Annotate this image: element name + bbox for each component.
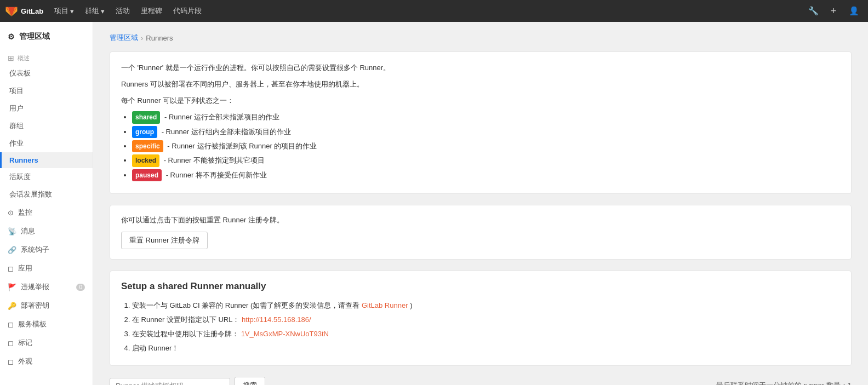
status-locked: locked - Runner 不能被指定到其它项目 [132,154,840,166]
setup-step-2: 在 Runner 设置时指定以下 URL： http://114.55.168.… [132,313,840,327]
breadcrumb-separator: › [141,34,143,42]
info-line3: 每个 Runner 可以是下列状态之一： [121,95,840,107]
setup-steps: 安装一个与 GitLab CI 兼容的 Runner (如需了解更多的安装信息，… [121,298,840,355]
badge-shared: shared [132,111,160,123]
gitlab-runner-link[interactable]: GitLab Runner [362,301,408,309]
sidebar-item-activity[interactable]: 活跃度 [0,168,93,186]
search-input[interactable] [110,378,230,385]
breadcrumb: 管理区域 › Runners [110,33,852,43]
user-icon[interactable]: 👤 [845,2,863,20]
runner-token: 1V_MsGxMP-XNwUoT93tN [241,330,329,338]
status-shared: shared - Runner 运行全部未指派项目的作业 [132,111,840,123]
message-icon: 📡 [8,227,16,235]
setup-title: Setup a shared Runner manually [121,281,840,292]
sidebar-item-cohorts[interactable]: 会话发展指数 [0,186,93,203]
setup-box: Setup a shared Runner manually 安装一个与 Git… [110,271,852,366]
grid-icon: ⊞ [8,54,14,62]
flag-icon: 🚩 [8,283,16,291]
sidebar-item-service-templates[interactable]: ◻ 服务模板 [0,315,93,334]
service-icon: ◻ [8,320,14,329]
sidebar-item-labels[interactable]: ◻ 标记 [0,334,93,352]
setup-step-3: 在安装过程中使用以下注册令牌： 1V_MsGxMP-XNwUoT93tN [132,327,840,341]
reset-text: 你可以通过点击下面的按钮重置 Runner 注册令牌。 [121,215,840,225]
hook-icon: 🔗 [8,246,16,254]
status-group: group - Runner 运行组内全部未指派项目的作业 [132,126,840,138]
sidebar-section-overview-label: ⊞ 概述 [0,49,93,65]
breadcrumb-parent[interactable]: 管理区域 [110,33,138,43]
gitlab-logo[interactable]: GitLab [5,5,43,17]
sidebar: ⚙ 管理区域 ⊞ 概述 仪表板 项目 用户 群组 作业 Runners 活跃度 … [0,22,93,385]
top-navigation: GitLab 项目 ▾ 群组 ▾ 活动 里程碑 代码片段 🔧 + 👤 [0,0,868,22]
runner-url: http://114.55.168.186/ [242,315,311,324]
app-icon: ◻ [8,265,14,273]
main-content: 管理区域 › Runners 一个 'Runner' 就是一个运行作业的进程。你… [93,22,868,385]
reset-box: 你可以通过点击下面的按钮重置 Runner 注册令牌。 重置 Runner 注册… [110,205,852,260]
sidebar-item-jobs[interactable]: 作业 [0,135,93,152]
nav-activity[interactable]: 活动 [110,0,135,22]
search-row: 搜索 最后联系时间于一分钟前的 runner 数量：1 [110,377,852,385]
setup-step-1: 安装一个与 GitLab CI 兼容的 Runner (如需了解更多的安装信息，… [132,298,840,313]
sidebar-item-projects[interactable]: 项目 [0,82,93,100]
info-line1: 一个 'Runner' 就是一个运行作业的进程。你可以按照自己的需要设置很多个 … [121,62,840,74]
nav-groups[interactable]: 群组 ▾ [79,0,110,22]
sidebar-item-runners[interactable]: Runners [0,152,93,168]
sidebar-item-appearance[interactable]: ◻ 外观 [0,352,93,371]
label-icon: ◻ [8,339,14,347]
nav-projects[interactable]: 项目 ▾ [49,0,79,22]
abuse-reports-count: 0 [76,284,85,291]
plus-icon[interactable]: + [825,2,842,20]
key-icon: 🔑 [8,302,16,310]
status-paused: paused - Runner 将不再接受任何新作业 [132,169,840,181]
sidebar-item-messages[interactable]: 📡 消息 [0,222,93,240]
badge-paused: paused [132,169,162,181]
sidebar-item-users[interactable]: 用户 [0,100,93,117]
badge-group: group [132,126,157,138]
setup-step-4: 启动 Runner！ [132,341,840,355]
monitoring-icon: ⊙ [8,209,14,217]
sidebar-header: ⚙ 管理区域 [0,27,93,49]
info-line2: Runners 可以被部署在不同的用户、服务器上，甚至在你本地使用的机器上。 [121,78,840,90]
last-contact-info: 最后联系时间于一分钟前的 runner 数量：1 [716,381,852,385]
sidebar-item-dashboard[interactable]: 仪表板 [0,65,93,82]
breadcrumb-current: Runners [146,34,173,42]
status-list: shared - Runner 运行全部未指派项目的作业 group - Run… [121,111,840,181]
settings-icon: ⚙ [8,32,15,41]
badge-locked: locked [132,154,159,166]
status-specific: specific - Runner 运行被指派到该 Runner 的项目的作业 [132,140,840,152]
search-button[interactable]: 搜索 [235,377,265,385]
wrench-icon[interactable]: 🔧 [804,2,822,20]
sidebar-item-groups[interactable]: 群组 [0,117,93,135]
sidebar-item-monitoring[interactable]: ⊙ 监控 [0,203,93,222]
sidebar-item-deploy-keys[interactable]: 🔑 部署密钥 [0,296,93,315]
nav-right-actions: 🔧 + 👤 [804,2,863,20]
nav-milestones[interactable]: 里程碑 [135,0,168,22]
appearance-icon: ◻ [8,358,14,366]
info-box: 一个 'Runner' 就是一个运行作业的进程。你可以按照自己的需要设置很多个 … [110,51,852,194]
sidebar-item-apps[interactable]: ◻ 应用 [0,259,93,278]
badge-specific: specific [132,140,163,152]
sidebar-item-hooks[interactable]: 🔗 系统钩子 [0,240,93,259]
sidebar-item-abuse-reports[interactable]: 🚩 违规举报 0 [0,278,93,296]
reset-token-button[interactable]: 重置 Runner 注册令牌 [121,232,208,249]
nav-snippets[interactable]: 代码片段 [168,0,207,22]
